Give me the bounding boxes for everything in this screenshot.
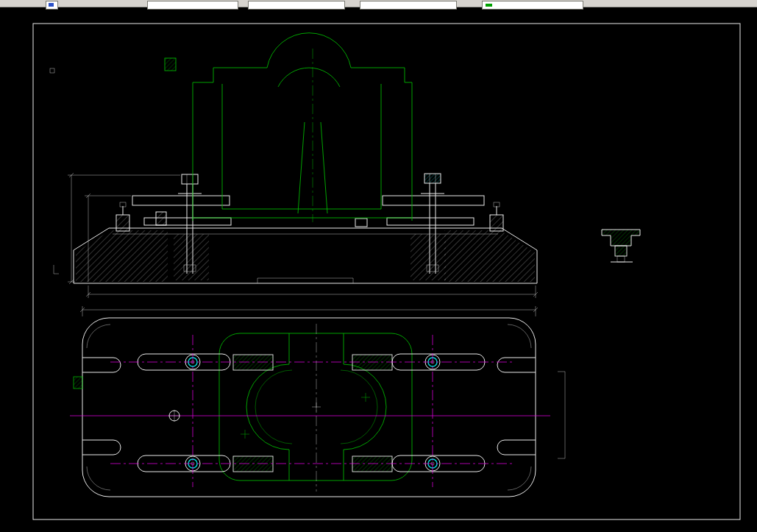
edge-slots <box>82 358 536 455</box>
layers-icon[interactable] <box>46 1 58 10</box>
fixture-base <box>74 228 537 283</box>
toolbar-strip <box>0 0 757 7</box>
linetype-sample-icon <box>486 4 492 7</box>
stud-circles <box>185 355 440 471</box>
center-pin <box>168 402 321 422</box>
layer-glyph-icon <box>49 3 54 7</box>
lineweight-combo[interactable] <box>482 1 583 10</box>
layer-combo[interactable] <box>147 1 238 10</box>
projection-bracket <box>558 372 565 458</box>
left-green-mark <box>74 377 82 389</box>
plan-view <box>70 318 565 497</box>
centerlines <box>70 324 550 492</box>
workpiece-front <box>165 33 412 222</box>
linetype-combo[interactable] <box>360 1 457 10</box>
color-combo[interactable] <box>248 1 345 10</box>
detail-view <box>602 230 640 262</box>
side-supports <box>116 202 503 231</box>
front-section-view <box>68 33 538 316</box>
drawing-canvas[interactable] <box>0 7 757 532</box>
support-plates <box>144 218 474 227</box>
